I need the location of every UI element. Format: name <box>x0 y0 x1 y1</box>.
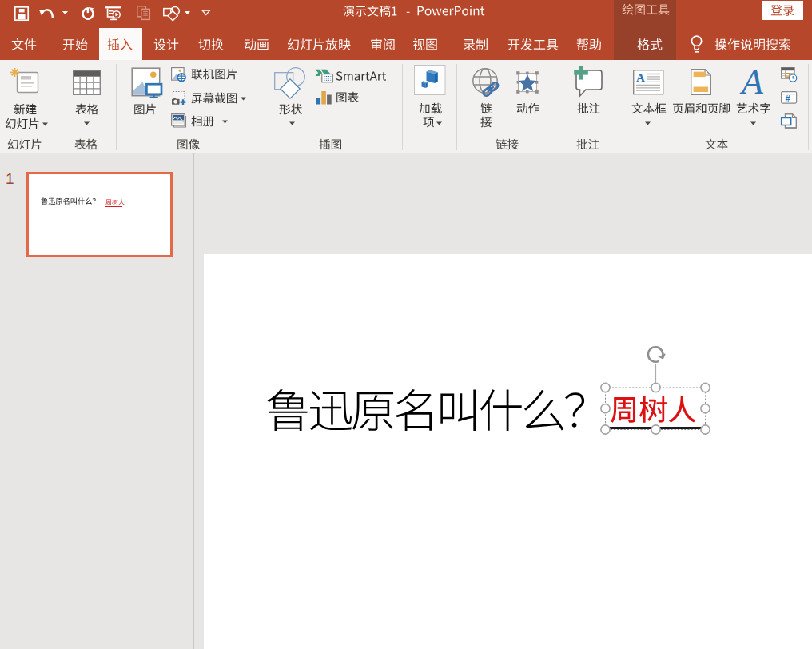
svg-text:A: A <box>636 71 645 84</box>
svg-text:#: # <box>786 94 790 103</box>
svg-text:A: A <box>739 62 764 102</box>
